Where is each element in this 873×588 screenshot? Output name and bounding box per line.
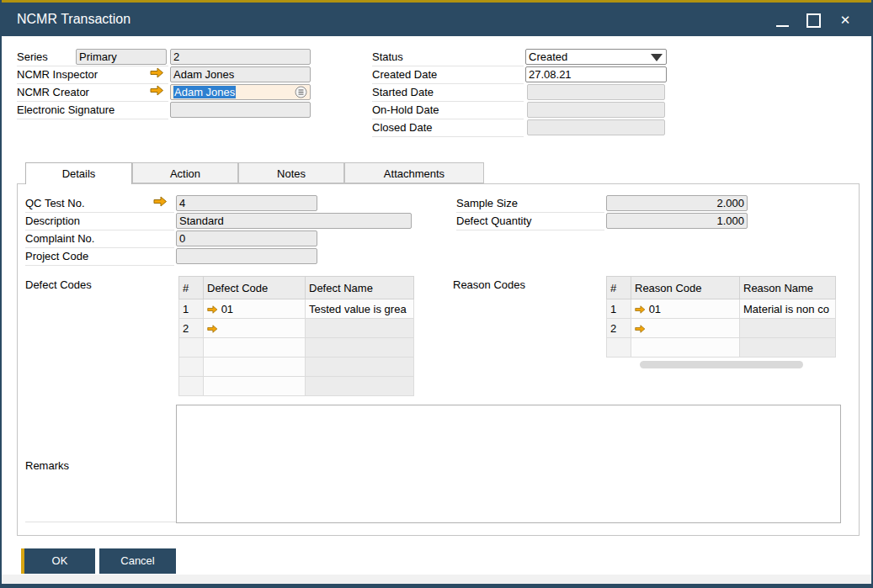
window-bottom-edge (2, 575, 871, 584)
defect-code-cell[interactable]: 01 (204, 299, 306, 319)
titlebar: NCMR Transaction ✕ (2, 3, 871, 36)
reason-code-cell[interactable] (631, 338, 740, 358)
defect-codes-label: Defect Codes (25, 276, 92, 294)
reason-code-cell[interactable]: 01 (631, 299, 740, 319)
row-number (179, 377, 204, 396)
closed-date-field (527, 119, 665, 135)
tab-action[interactable]: Action (132, 162, 238, 183)
reason-name-cell (740, 319, 836, 338)
link-arrow-icon[interactable] (635, 305, 646, 314)
ncmr-creator-field[interactable]: Adam Jones (170, 84, 311, 100)
table-row (179, 377, 414, 396)
sample-size-label: Sample Size (456, 194, 604, 213)
tab-notes[interactable]: Notes (238, 162, 344, 183)
defect-name-cell: Tested value is grea (306, 299, 414, 319)
electronic-signature-field (170, 102, 311, 118)
row-number: 1 (179, 299, 204, 319)
complaint-no-label: Complaint No. (25, 230, 174, 248)
defect-codes-table: # Defect Code Defect Name 1 01 Tested va… (178, 276, 414, 396)
ncmr-transaction-window: NCMR Transaction ✕ Series Primary 2 NCMR… (0, 0, 873, 588)
choose-from-list-icon[interactable] (295, 86, 307, 98)
ncmr-inspector-field: Adam Jones (170, 66, 311, 82)
defect-name-cell (306, 338, 414, 358)
table-row: 1 01 Tested value is grea (179, 299, 414, 319)
reason-codes-table: # Reason Code Reason Name 1 01 Material … (606, 276, 836, 358)
table-row (607, 338, 836, 358)
column-header: Defect Name (306, 277, 414, 299)
started-date-label: Started Date (372, 83, 524, 102)
link-arrow-icon[interactable] (635, 325, 646, 333)
table-row (179, 338, 414, 358)
row-number: 2 (179, 319, 204, 338)
close-button[interactable]: ✕ (834, 9, 856, 31)
closed-date-label: Closed Date (372, 119, 524, 137)
remarks-textarea[interactable] (176, 405, 841, 523)
series-name-field: Primary (76, 49, 167, 65)
on-hold-date-field (527, 102, 665, 118)
defect-quantity-field: 1.000 (606, 213, 748, 229)
defect-code-cell[interactable] (204, 319, 306, 338)
project-code-field (176, 248, 317, 264)
row-number (179, 358, 204, 377)
started-date-field (527, 84, 665, 100)
maximize-button[interactable] (802, 9, 824, 31)
reason-code-cell[interactable] (631, 319, 740, 338)
remarks-label: Remarks (25, 457, 69, 474)
cancel-button[interactable]: Cancel (99, 548, 176, 574)
ncmr-inspector-label: NCMR Inspector (17, 66, 168, 84)
ok-button[interactable]: OK (21, 548, 95, 574)
defect-code-cell[interactable] (204, 338, 306, 358)
qc-test-no-label: QC Test No. (25, 194, 174, 213)
column-header: # (607, 277, 631, 299)
defect-quantity-label: Defect Quantity (456, 212, 604, 230)
row-number: 1 (607, 299, 631, 319)
description-field: Standard (176, 213, 412, 229)
chevron-down-icon (651, 54, 663, 61)
table-row: 2 (607, 319, 836, 338)
status-dropdown[interactable]: Created (525, 49, 667, 65)
link-arrow-icon[interactable] (150, 85, 164, 96)
link-arrow-icon[interactable] (153, 196, 168, 207)
column-header: Reason Code (631, 277, 740, 299)
ncmr-creator-label: NCMR Creator (17, 83, 168, 102)
sample-size-field: 2.000 (606, 195, 748, 211)
defect-name-cell (306, 358, 414, 377)
description-label: Description (25, 212, 174, 230)
on-hold-date-label: On-Hold Date (372, 101, 524, 119)
maximize-icon (806, 13, 821, 28)
reason-name-cell: Material is non co (740, 299, 836, 319)
table-row: 2 (179, 319, 414, 338)
created-date-field[interactable]: 27.08.21 (525, 66, 667, 82)
row-number (607, 338, 631, 358)
series-number-field: 2 (170, 49, 311, 65)
link-arrow-icon[interactable] (207, 325, 218, 333)
table-row (179, 358, 414, 377)
selected-text: Adam Jones (173, 86, 236, 98)
table-row: 1 01 Material is non co (607, 299, 836, 319)
defect-name-cell (306, 319, 414, 338)
row-number (179, 338, 204, 358)
defect-code-cell[interactable] (204, 377, 306, 396)
column-header: Defect Code (204, 277, 306, 299)
row-number: 2 (607, 319, 631, 338)
created-date-label: Created Date (372, 66, 524, 84)
close-icon: ✕ (834, 9, 856, 31)
tab-attachments[interactable]: Attachments (344, 162, 484, 183)
link-arrow-icon[interactable] (150, 67, 164, 78)
column-header: # (179, 277, 204, 299)
link-arrow-icon[interactable] (207, 305, 218, 314)
window-title: NCMR Transaction (17, 3, 130, 36)
horizontal-scrollbar[interactable] (640, 361, 803, 368)
project-code-label: Project Code (25, 247, 174, 266)
remarks-row-separator (25, 522, 176, 522)
reason-codes-label: Reason Codes (453, 276, 525, 294)
defect-code-cell[interactable] (204, 358, 306, 377)
tab-details[interactable]: Details (25, 162, 132, 184)
complaint-no-field: 0 (176, 230, 317, 246)
reason-name-cell (740, 338, 836, 358)
status-label: Status (372, 48, 524, 66)
qc-test-no-field: 4 (176, 195, 317, 211)
minimize-button[interactable] (772, 9, 794, 31)
defect-name-cell (306, 377, 414, 396)
electronic-signature-label: Electronic Signature (17, 101, 168, 119)
